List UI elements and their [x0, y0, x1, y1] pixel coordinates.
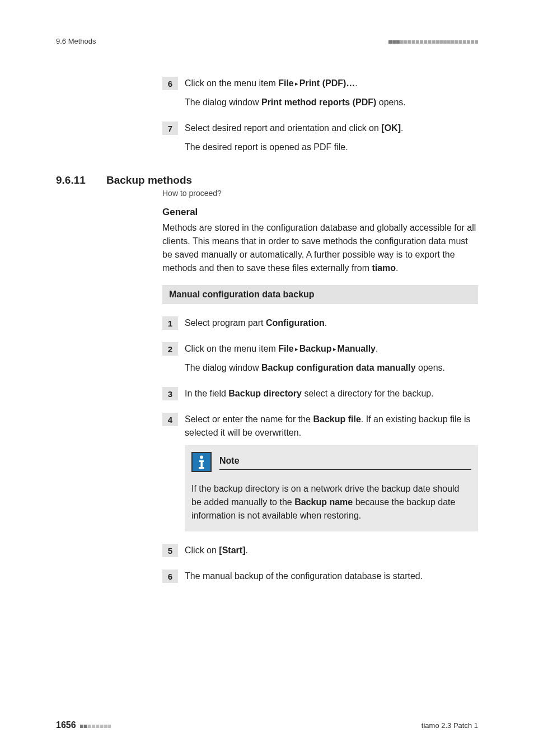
step-body: The manual backup of the configuration d… [185, 570, 478, 583]
text: . [355, 78, 357, 88]
menu-file: File [278, 344, 294, 353]
info-icon [191, 452, 212, 472]
step-body: Click on the menu item File▸Print (PDF)…… [185, 77, 478, 109]
start-button-ref: [Start] [219, 545, 245, 555]
text: opens. [416, 363, 445, 372]
text: . [376, 344, 378, 353]
step-number: 7 [162, 122, 178, 135]
chevron-right-icon: ▸ [332, 344, 338, 354]
text: Click on the menu item [185, 344, 278, 353]
text: . [325, 318, 327, 328]
note-title: Note [219, 454, 471, 470]
text: Methods are stored in the configuration … [162, 223, 476, 273]
header-left: 9.6 Methods [56, 37, 96, 45]
text: Select or enter the name for the [185, 414, 313, 424]
menu-manually: Manually [338, 344, 376, 353]
text: Select program part [185, 318, 266, 328]
text: Select desired report and orientation an… [185, 123, 381, 133]
step-body: Click on the menu item File▸Backup▸Manua… [185, 342, 478, 375]
svg-rect-3 [199, 467, 204, 469]
program-part: Configuration [266, 318, 325, 328]
step-body: Select or enter the name for the Backup … [185, 413, 478, 531]
field-backup-file: Backup file [313, 414, 360, 424]
text: opens. [376, 97, 405, 107]
text: The dialog window [185, 97, 261, 107]
menu-file: File [278, 78, 294, 88]
step-body: Click on [Start]. [185, 544, 478, 557]
step-number: 6 [162, 570, 178, 583]
header-dots [388, 37, 478, 45]
step-number: 1 [162, 316, 178, 330]
general-heading: General [162, 207, 478, 218]
text: Click on the menu item [185, 78, 278, 88]
field-backup-name: Backup name [294, 497, 353, 507]
step-number: 4 [162, 413, 178, 426]
footer-dots [79, 721, 111, 730]
text: In the field [185, 389, 228, 398]
svg-point-0 [200, 456, 203, 459]
step-body: Select program part Configuration. [185, 316, 478, 330]
how-to-proceed: How to proceed? [162, 189, 478, 198]
note-body: If the backup directory is on a network … [191, 482, 471, 522]
product-name: tiamo [372, 263, 396, 273]
step-body: Select desired report and orientation an… [185, 122, 478, 154]
svg-rect-2 [201, 460, 203, 467]
text: The dialog window [185, 363, 261, 372]
chevron-right-icon: ▸ [294, 79, 299, 88]
note-box: Note If the backup directory is on a net… [185, 445, 478, 531]
general-paragraph: Methods are stored in the configuration … [162, 221, 478, 275]
dialog-name: Backup configuration data manually [261, 363, 416, 372]
text: The desired report is opened as PDF file… [185, 141, 478, 154]
footer-product: tiamo 2.3 Patch 1 [421, 721, 478, 730]
step-number: 3 [162, 387, 178, 400]
text: The manual backup of the configuration d… [185, 570, 478, 583]
section-number: 9.6.11 [56, 174, 106, 186]
step-body: In the field Backup directory select a d… [185, 387, 478, 400]
instruction-bar: Manual configuration data backup [162, 285, 478, 304]
step-number: 5 [162, 544, 178, 557]
text: . [396, 263, 398, 273]
section-title: Backup methods [106, 174, 192, 186]
text: select a directory for the backup. [302, 389, 434, 398]
page-number: 1656 [56, 720, 76, 730]
step-number: 2 [162, 342, 178, 356]
field-backup-directory: Backup directory [228, 389, 302, 398]
text: . [245, 545, 247, 555]
text: Click on [185, 545, 219, 555]
step-number: 6 [162, 77, 178, 90]
menu-print-pdf: Print (PDF)… [299, 78, 355, 88]
dialog-name: Print method reports (PDF) [261, 97, 376, 107]
ok-button-ref: [OK] [381, 123, 401, 133]
chevron-right-icon: ▸ [294, 344, 299, 354]
menu-backup: Backup [299, 344, 332, 353]
text: . [401, 123, 403, 133]
